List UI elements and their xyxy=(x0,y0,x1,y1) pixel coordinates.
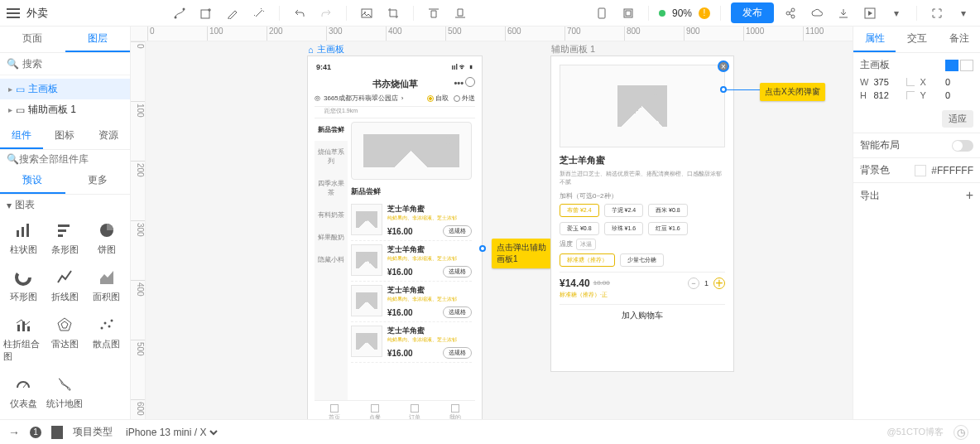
qty-minus-button[interactable]: − xyxy=(688,278,699,289)
radio-pickup[interactable]: 自取 xyxy=(427,94,449,103)
orientation-landscape[interactable] xyxy=(960,60,973,71)
align-bottom-icon[interactable] xyxy=(450,3,470,23)
tab-pages[interactable]: 页面 xyxy=(0,27,65,52)
option-sugar[interactable]: 标准塘（推荐） xyxy=(560,253,615,267)
category-item[interactable]: 有料奶茶 xyxy=(315,204,348,226)
artboard-main[interactable]: 9:41 ııl ᯤ ▮ 书亦烧仙草 ••• ◎ 3665成都万科翡翠公园店 › xyxy=(308,56,482,419)
tab-properties[interactable]: 属性 xyxy=(853,27,896,52)
option-extra[interactable]: 布蕾 ¥2.4 xyxy=(560,204,599,217)
badge-count[interactable]: 1 xyxy=(30,427,41,438)
tab-interaction[interactable]: 交互 xyxy=(896,27,938,52)
tabbar-item[interactable]: 点餐 xyxy=(355,401,396,419)
history-icon[interactable]: ◷ xyxy=(954,425,968,440)
tab-notes[interactable]: 备注 xyxy=(938,27,980,52)
category-item[interactable]: 新品尝鲜 xyxy=(315,118,348,141)
image-tool-icon[interactable] xyxy=(357,3,377,23)
product-item[interactable]: 芝士羊角蜜 纯鲜果肉、非浓缩液、芝士浓郁 ¥16.00 选规格 xyxy=(351,322,472,363)
canvas-stage[interactable]: ⌂主画板 辅助画板 1 9:41 ııl ᯤ ▮ 书亦烧仙草 ••• xyxy=(146,41,853,419)
option-extra[interactable]: 红豆 ¥1.6 xyxy=(648,222,688,235)
menu-icon[interactable] xyxy=(7,8,20,18)
comp-ring[interactable]: 环形图 xyxy=(3,263,43,308)
device-frame-icon[interactable] xyxy=(592,3,612,23)
radio-delivery[interactable]: 外送 xyxy=(454,94,475,103)
artboard-aux[interactable]: × 芝士羊角蜜 新西兰进口芝士、精选优质芒果、搭配清爽柳橙、口感酸甜浓郁不腻 加… xyxy=(551,56,733,371)
product-item[interactable]: 芝士羊角蜜 纯鲜果肉、非浓缩液、芝士浓郁 ¥16.00 选规格 xyxy=(351,241,472,282)
product-item[interactable]: 芝士羊角蜜 纯鲜果肉、非浓缩液、芝士浓郁 ¥16.00 选规格 xyxy=(351,200,472,241)
artboard-label-main[interactable]: ⌂主画板 xyxy=(308,43,344,56)
comp-barcombo[interactable]: 柱折组合图 xyxy=(3,310,43,368)
category-item[interactable]: 烧仙草系列 xyxy=(315,141,348,172)
fit-button[interactable]: 适应 xyxy=(942,110,973,128)
option-extra[interactable]: 芋泥 ¥2.4 xyxy=(604,204,644,217)
artboard-label-aux[interactable]: 辅助画板 1 xyxy=(551,43,595,56)
orientation-portrait[interactable] xyxy=(945,60,958,71)
product-item[interactable]: 芝士羊角蜜 纯鲜果肉、非浓缩液、芝士浓郁 ¥16.00 选规格 xyxy=(351,282,472,322)
align-top-icon[interactable] xyxy=(424,3,444,23)
spec-button[interactable]: 选规格 xyxy=(443,225,472,237)
tab-icons[interactable]: 图标 xyxy=(43,123,86,149)
color-chip[interactable] xyxy=(915,165,926,176)
link-dot-icon[interactable] xyxy=(720,86,727,93)
option-extra[interactable]: 西米 ¥0.8 xyxy=(648,204,688,217)
width-input[interactable] xyxy=(873,77,901,87)
option-sugar[interactable]: 少量七分糖 xyxy=(620,253,664,267)
play-icon[interactable] xyxy=(860,3,880,23)
tabbar-item[interactable]: 首页 xyxy=(315,401,355,419)
tabbar-item[interactable]: 我的 xyxy=(435,401,476,419)
category-item[interactable]: 隐藏小料 xyxy=(315,249,348,271)
y-input[interactable] xyxy=(945,90,973,100)
device-select[interactable]: iPhone 13 mini / X xyxy=(122,426,220,439)
comp-statmap[interactable]: 统计地图 xyxy=(45,369,84,415)
layers-view-icon[interactable] xyxy=(618,3,638,23)
undo-icon[interactable] xyxy=(290,3,310,23)
tab-more[interactable]: 更多 xyxy=(65,168,131,194)
layer-search-input[interactable] xyxy=(19,56,131,71)
tree-item-main-artboard[interactable]: ▸▭主画板 xyxy=(0,79,130,99)
chevron-right-icon[interactable]: › xyxy=(401,94,404,102)
comp-line[interactable]: 折线图 xyxy=(45,263,84,308)
redo-icon[interactable] xyxy=(316,3,336,23)
x-input[interactable] xyxy=(945,77,973,87)
tab-resources[interactable]: 资源 xyxy=(87,123,130,149)
zoom-level[interactable]: 90% xyxy=(672,7,692,19)
annotation-close[interactable]: 点击X关闭弹窗 xyxy=(760,83,825,101)
publish-button[interactable]: 发布 xyxy=(731,2,774,23)
crop-tool-icon[interactable] xyxy=(383,3,403,23)
add-to-cart-button[interactable]: 加入购物车 xyxy=(560,304,725,326)
category-item[interactable]: 四季水果茶 xyxy=(315,172,348,204)
comp-radar[interactable]: 雷达图 xyxy=(45,310,84,368)
wand-tool-icon[interactable] xyxy=(249,3,269,23)
chevron-down-icon[interactable]: ▾ xyxy=(886,3,906,23)
comp-pie[interactable]: 饼图 xyxy=(87,215,127,261)
connector-tool-icon[interactable] xyxy=(170,3,190,23)
temp-value[interactable]: 冰温 xyxy=(576,239,596,250)
option-extra[interactable]: 爱玉 ¥0.8 xyxy=(560,222,599,235)
link-dims-icon[interactable] xyxy=(906,91,915,99)
more-icon[interactable]: ••• xyxy=(454,78,464,88)
annotation-popup[interactable]: 点击弹出辅助画板1 xyxy=(492,239,551,268)
notification-badge-icon[interactable]: ! xyxy=(699,7,710,19)
chevron-down-icon[interactable]: ▾ xyxy=(954,3,973,23)
collapse-left-icon[interactable]: → xyxy=(8,426,20,439)
comp-area[interactable]: 面积图 xyxy=(87,263,127,308)
tabbar-item[interactable]: 订单 xyxy=(395,401,435,419)
pen-tool-icon[interactable] xyxy=(223,3,243,23)
option-extra[interactable]: 珍珠 ¥1.6 xyxy=(604,222,644,235)
target-icon[interactable] xyxy=(465,77,475,87)
share-icon[interactable] xyxy=(781,3,800,23)
cloud-icon[interactable] xyxy=(807,3,827,23)
tab-preset[interactable]: 预设 xyxy=(0,168,65,194)
add-export-button[interactable]: + xyxy=(966,188,973,203)
comp-barh[interactable]: 条形图 xyxy=(45,215,84,261)
link-dims-icon[interactable] xyxy=(906,78,915,86)
download-icon[interactable] xyxy=(833,3,853,23)
section-chart[interactable]: ▾图表 xyxy=(0,195,130,215)
note-strip-icon[interactable] xyxy=(51,426,63,439)
comp-bar[interactable]: 柱状图 xyxy=(3,215,43,261)
fullscreen-icon[interactable] xyxy=(927,3,947,23)
qty-plus-button[interactable]: + xyxy=(713,278,725,289)
spec-button[interactable]: 选规格 xyxy=(443,306,472,318)
component-search-input[interactable] xyxy=(19,153,131,165)
spec-button[interactable]: 选规格 xyxy=(443,266,472,278)
comp-scatter[interactable]: 散点图 xyxy=(87,310,127,368)
